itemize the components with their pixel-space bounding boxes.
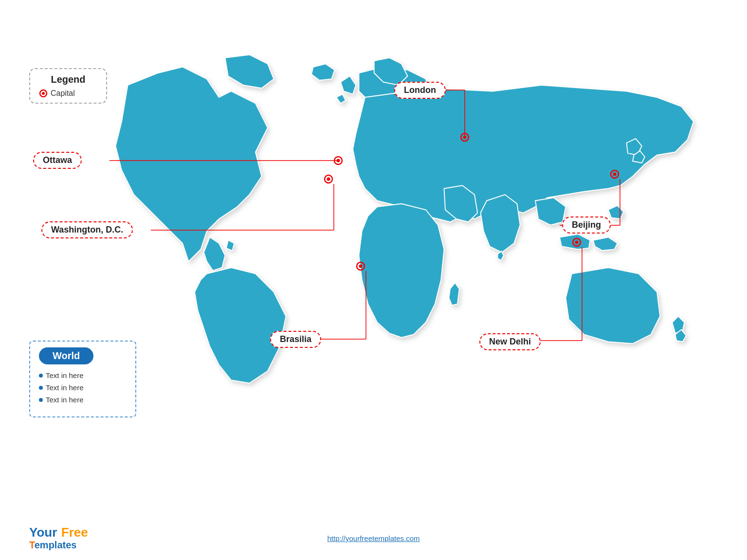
city-label-newdelhi: New Delhi — [479, 333, 541, 350]
footer-url-container: http://yourfreetemplates.com — [327, 534, 419, 543]
brasilia-pin — [355, 261, 366, 271]
city-label-london: London — [394, 82, 446, 99]
footer-logo: Your Free Templates — [29, 525, 88, 550]
beijing-pin — [609, 169, 620, 180]
svg-point-12 — [42, 92, 45, 95]
logo-row2: Templates — [29, 540, 88, 550]
main-container: Legend Capital London Ottawa Washington,… — [0, 0, 747, 560]
svg-point-20 — [359, 265, 363, 268]
bullet-dot-2 — [39, 386, 43, 390]
info-list: Text in here Text in here Text in here — [39, 371, 127, 404]
svg-point-24 — [613, 173, 617, 176]
logo-emplates: emplates — [35, 540, 77, 550]
legend-capital-label: Capital — [51, 89, 75, 98]
bullet-dot-1 — [39, 374, 43, 378]
ottawa-pin — [333, 155, 344, 166]
world-badge: World — [39, 347, 93, 364]
washington-pin — [323, 174, 334, 184]
city-label-brasilia: Brasilia — [270, 331, 321, 348]
new-delhi-pin — [571, 237, 582, 248]
list-item-2: Text in here — [39, 383, 127, 392]
info-box: World Text in here Text in here Text in … — [29, 341, 136, 417]
city-label-washington: Washington, D.C. — [41, 221, 133, 238]
london-pin — [459, 132, 470, 143]
legend-capital-item: Capital — [39, 89, 97, 98]
capital-icon — [39, 89, 48, 98]
logo-free: Free — [61, 525, 88, 540]
svg-point-14 — [463, 136, 467, 139]
list-item-1: Text in here — [39, 371, 127, 379]
svg-point-16 — [337, 159, 340, 163]
city-label-beijing: Beijing — [562, 217, 611, 234]
svg-point-22 — [575, 241, 579, 244]
logo-your: Your — [29, 525, 57, 540]
legend-title: Legend — [39, 74, 97, 85]
world-map — [97, 49, 706, 389]
logo-row1: Your Free — [29, 525, 88, 540]
city-label-ottawa: Ottawa — [33, 152, 82, 169]
list-item-3: Text in here — [39, 396, 127, 404]
svg-point-18 — [327, 178, 330, 181]
bullet-dot-3 — [39, 398, 43, 402]
legend-box: Legend Capital — [29, 68, 107, 104]
footer-url[interactable]: http://yourfreetemplates.com — [327, 534, 419, 542]
logo-t: T — [29, 540, 35, 550]
